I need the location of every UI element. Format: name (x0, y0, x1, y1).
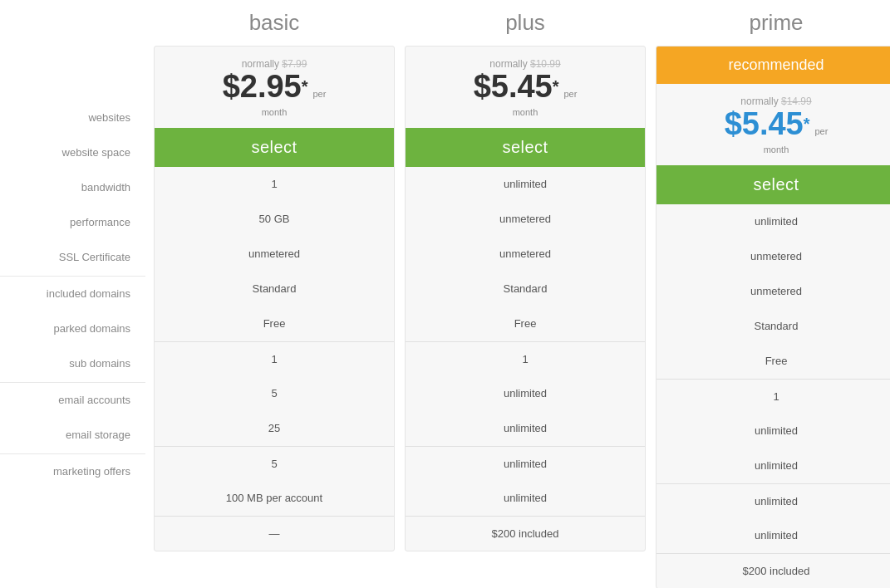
label-sub-domains: sub domains (0, 345, 145, 380)
feature-plus-websites: unlimited (406, 167, 645, 202)
label-websites: websites (0, 100, 145, 135)
plan-plus-current-price: $5.45* permonth (414, 70, 637, 118)
feature-plus-email-storage: unlimited (406, 481, 645, 516)
plan-plus-features: unlimited unmetered unmetered Standard F… (406, 167, 645, 551)
feature-prime-email-accounts: unlimited (656, 483, 890, 518)
labels-column: websites website space bandwidth perform… (0, 0, 145, 588)
label-website-space: website space (0, 135, 145, 169)
feature-plus-bandwidth: unmetered (406, 237, 645, 272)
feature-plus-sub-domains: unlimited (406, 411, 645, 446)
feature-prime-websites: unlimited (656, 204, 890, 239)
plan-basic-select-button[interactable]: select (155, 128, 394, 167)
plan-basic-current-price: $2.95* permonth (163, 70, 386, 118)
feature-plus-parked-domains: unlimited (406, 376, 645, 411)
plan-prime-card: recommended normally $14.99 $5.45* permo… (656, 46, 890, 588)
feature-basic-performance: Standard (155, 272, 394, 306)
plan-basic-features: 1 50 GB unmetered Standard Free 1 5 25 5… (155, 167, 394, 551)
feature-basic-ssl: Free (155, 306, 394, 341)
plan-basic-pricing: normally $7.99 $2.95* permonth (155, 47, 394, 121)
plan-prime: prime recommended normally $14.99 $5.45*… (656, 0, 890, 588)
feature-plus-performance: Standard (406, 272, 645, 306)
feature-prime-website-space: unmetered (656, 239, 890, 274)
plan-plus-card: normally $10.99 $5.45* permonth select u… (405, 46, 646, 551)
feature-basic-marketing-offers: — (155, 516, 394, 551)
label-performance: performance (0, 204, 145, 239)
label-email-storage: email storage (0, 417, 145, 452)
label-included-domains: included domains (0, 276, 145, 311)
plan-basic-card: normally $7.99 $2.95* permonth select 1 … (154, 46, 395, 551)
feature-plus-website-space: unmetered (406, 202, 645, 237)
plan-prime-pricing: normally $14.99 $5.45* permonth (656, 84, 890, 159)
feature-basic-email-accounts: 5 (155, 446, 394, 481)
feature-prime-parked-domains: unlimited (656, 414, 890, 448)
plan-basic: basic normally $7.99 $2.95* permonth sel… (154, 0, 395, 588)
feature-prime-bandwidth: unmetered (656, 274, 890, 309)
plan-plus-original-price: $10.99 (530, 58, 561, 70)
plan-prime-current-price: $5.45* permonth (665, 107, 888, 155)
plan-plus-name: plus (405, 0, 646, 46)
label-parked-domains: parked domains (0, 311, 145, 345)
label-bandwidth: bandwidth (0, 169, 145, 204)
feature-basic-sub-domains: 25 (155, 411, 394, 446)
feature-basic-website-space: 50 GB (155, 202, 394, 237)
plan-basic-normally: normally $7.99 (163, 58, 386, 70)
feature-basic-websites: 1 (155, 167, 394, 202)
plan-plus: plus normally $10.99 $5.45* permonth sel… (405, 0, 646, 588)
plan-basic-name: basic (154, 0, 395, 46)
plan-plus-pricing: normally $10.99 $5.45* permonth (406, 47, 645, 121)
plan-prime-original-price: $14.99 (781, 96, 812, 107)
feature-plus-marketing-offers: $200 included (406, 516, 645, 551)
plan-basic-original-price: $7.99 (282, 58, 307, 70)
feature-plus-included-domains: 1 (406, 341, 645, 376)
feature-basic-email-storage: 100 MB per account (155, 481, 394, 516)
plan-prime-select-button[interactable]: select (656, 165, 890, 204)
label-ssl-certificate: SSL Certificate (0, 239, 145, 274)
feature-prime-included-domains: 1 (656, 379, 890, 414)
feature-plus-email-accounts: unlimited (406, 446, 645, 481)
feature-prime-marketing-offers: $200 included (656, 553, 890, 588)
pricing-wrapper: websites website space bandwidth perform… (0, 0, 890, 588)
plan-prime-features: unlimited unmetered unmetered Standard F… (656, 204, 890, 588)
plan-plus-normally: normally $10.99 (414, 58, 637, 70)
feature-prime-ssl: Free (656, 344, 890, 379)
recommended-badge: recommended (656, 47, 890, 84)
plan-plus-select-button[interactable]: select (406, 128, 645, 167)
feature-prime-performance: Standard (656, 309, 890, 344)
feature-basic-included-domains: 1 (155, 341, 394, 376)
plans-area: basic normally $7.99 $2.95* permonth sel… (145, 0, 890, 588)
feature-basic-parked-domains: 5 (155, 376, 394, 411)
feature-plus-ssl: Free (406, 306, 645, 341)
plan-prime-normally: normally $14.99 (665, 96, 888, 107)
plan-prime-name: prime (656, 0, 890, 46)
feature-prime-sub-domains: unlimited (656, 448, 890, 483)
label-email-accounts: email accounts (0, 382, 145, 417)
label-marketing-offers: marketing offers (0, 453, 145, 488)
feature-prime-email-storage: unlimited (656, 518, 890, 553)
feature-basic-bandwidth: unmetered (155, 237, 394, 272)
